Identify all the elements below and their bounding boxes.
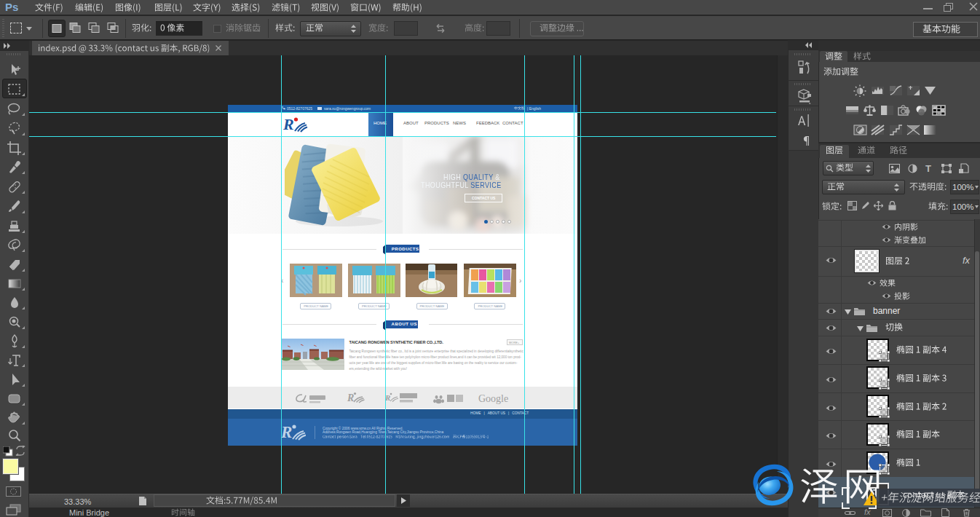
svg-text:R: R [281,423,292,441]
svg-text:R: R [347,392,354,403]
svg-text:R: R [283,116,294,133]
svg-text:Google: Google [478,393,508,404]
